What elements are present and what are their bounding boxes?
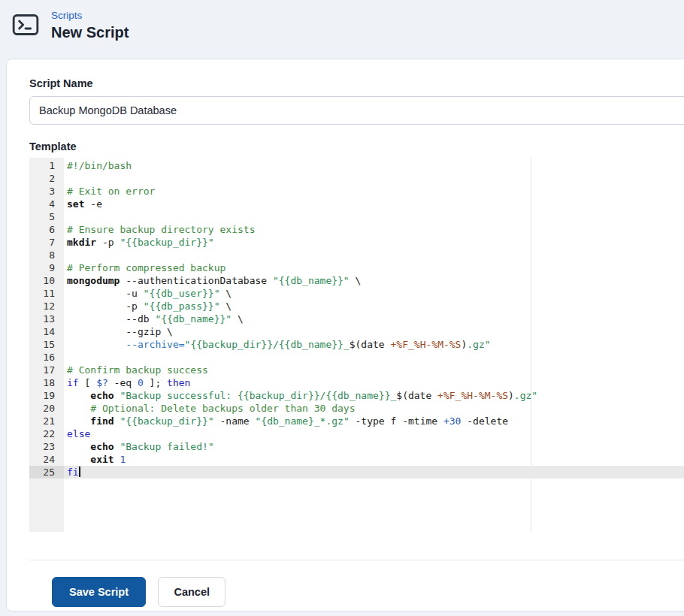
line-content <box>64 210 67 223</box>
line-content <box>64 249 67 261</box>
line-content: # Exit on error <box>64 185 155 198</box>
line-number: 18 <box>29 376 64 389</box>
text-cursor <box>79 467 80 477</box>
line-number: 1 <box>29 159 64 172</box>
line-number: 12 <box>29 300 64 313</box>
line-content: set -e <box>64 198 102 210</box>
line-number: 22 <box>29 427 64 440</box>
code-line[interactable]: 25fi <box>29 466 684 479</box>
line-content: exit 1 <box>64 453 126 466</box>
line-content: -u "{{db_user}}" \ <box>64 287 232 300</box>
code-line[interactable]: 6# Ensure backup directory exists <box>29 223 684 236</box>
line-number: 9 <box>29 261 64 274</box>
code-line[interactable]: 16 <box>29 351 684 364</box>
line-content: fi <box>64 466 80 479</box>
line-number: 3 <box>29 185 64 198</box>
line-number: 16 <box>29 351 64 364</box>
line-number: 6 <box>29 223 64 236</box>
line-number: 4 <box>29 198 64 210</box>
save-script-button[interactable]: Save Script <box>52 577 146 607</box>
code-line[interactable]: 15 --archive="{{backup_dir}}/{{db_name}}… <box>29 338 684 351</box>
code-line[interactable]: 9# Perform compressed backup <box>29 261 684 274</box>
breadcrumb-scripts[interactable]: Scripts <box>51 10 82 21</box>
line-number: 10 <box>29 274 64 287</box>
form-card: Script Name Template 1#!/bin/bash23# Exi… <box>6 59 684 611</box>
page-title: New Script <box>51 24 129 41</box>
line-content: --archive="{{backup_dir}}/{{db_name}}_$(… <box>64 338 491 351</box>
line-number: 25 <box>29 466 64 479</box>
line-number: 7 <box>29 236 64 249</box>
template-label: Template <box>29 140 684 152</box>
line-content: mkdir -p "{{backup_dir}}" <box>64 236 214 249</box>
line-content: find "{{backup_dir}}" -name "{db_name}_*… <box>64 415 508 427</box>
line-content: # Ensure backup directory exists <box>64 223 255 236</box>
script-name-label: Script Name <box>29 77 684 89</box>
code-line[interactable]: 10mongodump --authenticationDatabase "{{… <box>29 274 684 287</box>
line-number: 13 <box>29 313 64 325</box>
line-content: echo "Backup failed!" <box>64 440 214 453</box>
line-content <box>64 351 67 364</box>
code-line[interactable]: 19 echo "Backup successful: {{backup_dir… <box>29 389 684 402</box>
line-number: 5 <box>29 210 64 223</box>
form-footer: Save Script Cancel <box>29 560 684 607</box>
line-content: # Perform compressed backup <box>64 261 225 274</box>
code-line[interactable]: 2 <box>29 172 684 185</box>
code-line[interactable]: 14 --gzip \ <box>29 325 684 338</box>
code-line[interactable]: 17# Confirm backup success <box>29 364 684 376</box>
code-line[interactable]: 1#!/bin/bash <box>29 159 684 172</box>
line-content: --db "{{db_name}}" \ <box>64 313 244 325</box>
line-number: 17 <box>29 364 64 376</box>
line-content: #!/bin/bash <box>64 159 132 172</box>
line-number: 11 <box>29 287 64 300</box>
line-content <box>64 172 67 185</box>
template-editor[interactable]: 1#!/bin/bash23# Exit on error4set -e56# … <box>29 158 684 532</box>
line-content: # Optional: Delete backups older than 30… <box>64 402 356 415</box>
code-line[interactable]: 13 --db "{{db_name}}" \ <box>29 313 684 325</box>
line-content: mongodump --authenticationDatabase "{{db… <box>64 274 361 287</box>
line-content: -p "{{db_pass}}" \ <box>64 300 232 313</box>
page-header: Scripts New Script <box>0 0 684 59</box>
code-line[interactable]: 23 echo "Backup failed!" <box>29 440 684 453</box>
line-content: --gzip \ <box>64 325 173 338</box>
line-number: 21 <box>29 415 64 427</box>
line-number: 20 <box>29 402 64 415</box>
code-line[interactable]: 8 <box>29 249 684 261</box>
code-line[interactable]: 12 -p "{{db_pass}}" \ <box>29 300 684 313</box>
script-name-input[interactable] <box>29 96 684 125</box>
line-number: 24 <box>29 453 64 466</box>
code-line[interactable]: 18if [ $? -eq 0 ]; then <box>29 376 684 389</box>
code-lines: 1#!/bin/bash23# Exit on error4set -e56# … <box>29 158 684 479</box>
line-number: 23 <box>29 440 64 453</box>
code-line[interactable]: 7mkdir -p "{{backup_dir}}" <box>29 236 684 249</box>
line-content: echo "Backup successful: {{backup_dir}}/… <box>64 389 537 402</box>
line-number: 14 <box>29 325 64 338</box>
code-line[interactable]: 5 <box>29 210 684 223</box>
code-line[interactable]: 11 -u "{{db_user}}" \ <box>29 287 684 300</box>
line-content: # Confirm backup success <box>64 364 208 376</box>
terminal-icon <box>11 10 41 40</box>
code-line[interactable]: 20 # Optional: Delete backups older than… <box>29 402 684 415</box>
line-content: if [ $? -eq 0 ]; then <box>64 376 190 389</box>
cancel-button[interactable]: Cancel <box>158 577 225 607</box>
line-number: 2 <box>29 172 64 185</box>
code-line[interactable]: 3# Exit on error <box>29 185 684 198</box>
line-number: 15 <box>29 338 64 351</box>
code-line[interactable]: 24 exit 1 <box>29 453 684 466</box>
code-line[interactable]: 22else <box>29 427 684 440</box>
code-line[interactable]: 4set -e <box>29 198 684 210</box>
code-line[interactable]: 21 find "{{backup_dir}}" -name "{db_name… <box>29 415 684 427</box>
line-content: else <box>64 427 90 440</box>
line-number: 8 <box>29 249 64 261</box>
line-number: 19 <box>29 389 64 402</box>
